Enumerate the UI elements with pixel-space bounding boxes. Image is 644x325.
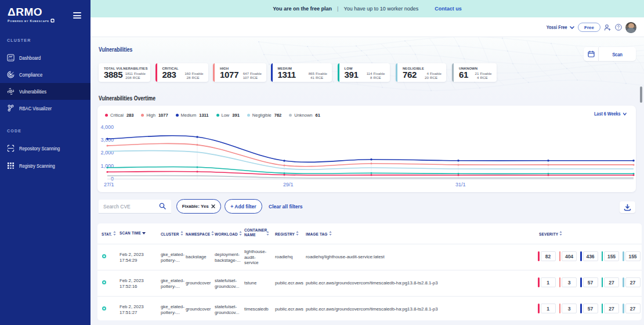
svg-text:29/1: 29/1: [283, 182, 294, 187]
svg-text:4,000: 4,000: [100, 124, 114, 130]
svg-text:27/1: 27/1: [104, 182, 114, 187]
svg-text:31/1: 31/1: [455, 182, 466, 187]
svg-text:2,000: 2,000: [100, 150, 114, 156]
